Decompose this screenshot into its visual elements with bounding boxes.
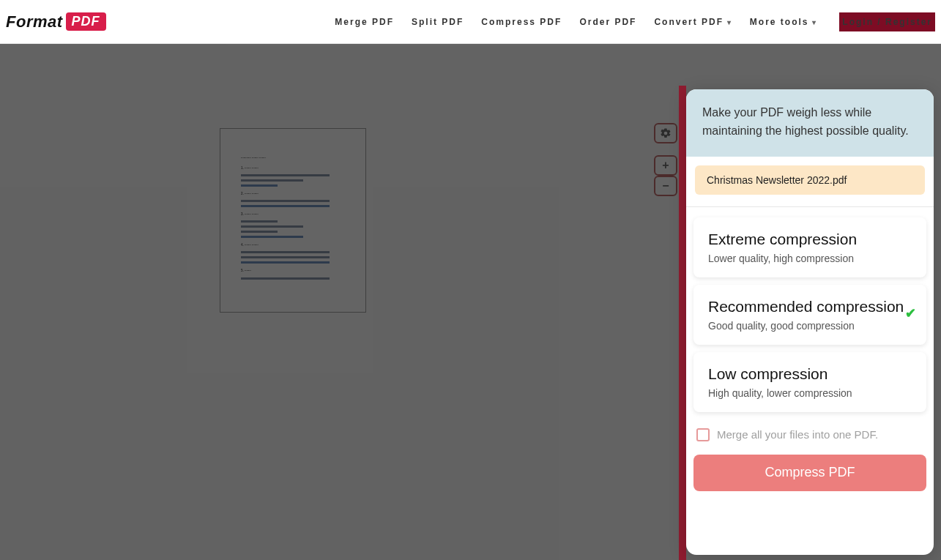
option-extreme[interactable]: Extreme compression Lower quality, high …	[693, 217, 926, 277]
merge-checkbox[interactable]	[696, 428, 710, 441]
header: Format PDF Merge PDF Split PDF Compress …	[0, 0, 941, 44]
nav-split[interactable]: Split PDF	[409, 12, 466, 31]
panel-left-border	[679, 86, 686, 560]
panel-intro: Make your PDF weigh less while maintaini…	[686, 89, 934, 157]
check-icon: ✔	[905, 305, 916, 321]
merge-row[interactable]: Merge all your files into one PDF.	[686, 412, 934, 452]
option-desc: Lower quality, high compression	[708, 253, 912, 264]
merge-label: Merge all your files into one PDF.	[717, 428, 878, 441]
compress-button[interactable]: Compress PDF	[693, 455, 926, 491]
option-low[interactable]: Low compression High quality, lower comp…	[693, 352, 926, 412]
option-title: Low compression	[708, 365, 912, 383]
option-title: Extreme compression	[708, 231, 912, 248]
logo-text: Format	[6, 12, 63, 31]
nav-convert[interactable]: Convert PDF	[651, 12, 734, 31]
option-recommended[interactable]: Recommended compression Good quality, go…	[693, 285, 926, 345]
divider	[686, 206, 934, 207]
compress-panel: Make your PDF weigh less while maintaini…	[686, 89, 934, 555]
file-name-row[interactable]: Christmas Newsletter 2022.pdf	[695, 165, 925, 195]
nav-login[interactable]: Login / Register	[839, 12, 935, 31]
main-nav: Merge PDF Split PDF Compress PDF Order P…	[332, 12, 935, 31]
compression-options: Extreme compression Lower quality, high …	[686, 217, 934, 412]
logo[interactable]: Format PDF	[6, 12, 106, 31]
logo-badge: PDF	[66, 12, 106, 31]
nav-order[interactable]: Order PDF	[576, 12, 639, 31]
option-desc: Good quality, good compression	[708, 320, 912, 332]
option-desc: High quality, lower compression	[708, 387, 912, 399]
nav-more[interactable]: More tools	[747, 12, 820, 31]
option-title: Recommended compression	[708, 298, 912, 316]
nav-merge[interactable]: Merge PDF	[332, 12, 397, 31]
nav-compress[interactable]: Compress PDF	[478, 12, 565, 31]
